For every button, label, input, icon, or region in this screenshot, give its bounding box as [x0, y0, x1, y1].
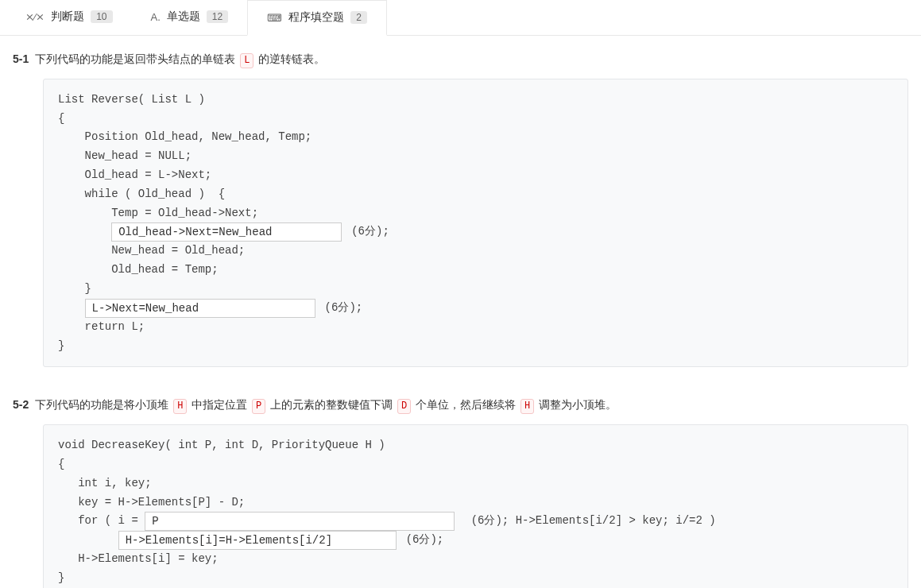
code-block: void DecreaseKey( int P, int D, Priority…: [43, 424, 908, 588]
inline-code-L: L: [240, 53, 253, 68]
score-text: (6分): [471, 514, 502, 527]
text-segment: 调整为小顶堆。: [536, 398, 617, 411]
question-type-tabs: ⨯⁄⨯ 判断题 10 A. 单选题 12 ⌨ 程序填空题 2: [0, 0, 921, 36]
tab-count: 10: [91, 10, 112, 23]
text-segment: 下列代码的功能是将小顶堆: [35, 398, 172, 411]
code-line: H->Elements[i] = key;: [58, 550, 893, 569]
text-segment: 个单位，然后继续将: [412, 398, 519, 411]
inline-code-H: H: [520, 399, 534, 414]
text-segment: 上的元素的整数键值下调: [267, 398, 396, 411]
text-segment: 中指定位置: [188, 398, 250, 411]
code-tail: ; H->Elements[i/2] > key; i/=2 ): [502, 514, 716, 527]
text-segment: 的逆转链表。: [255, 52, 325, 65]
code-line: while ( Old_head ) {: [58, 185, 893, 204]
code-line: List Reverse( List L ): [58, 91, 893, 110]
code-line: }: [58, 569, 893, 588]
code-line: New_head = Old_head;: [58, 242, 893, 261]
score-label: (6分);: [406, 531, 444, 550]
code-line: Position Old_head, New_head, Temp;: [58, 128, 893, 147]
question-5-1: 5-1 下列代码的功能是返回带头结点的单链表 L 的逆转链表。 List Rev…: [0, 36, 921, 381]
code-line: New_head = NULL;: [58, 147, 893, 166]
code-line: {: [58, 455, 893, 474]
tab-label: 判断题: [51, 10, 84, 24]
code-line: Old_head = Temp;: [58, 261, 893, 280]
question-header: 5-1 下列代码的功能是返回带头结点的单链表 L 的逆转链表。: [13, 50, 908, 69]
code-line-blank: (6分);: [58, 531, 893, 550]
score-label: (6分);: [351, 222, 389, 242]
tab-count: 2: [350, 11, 367, 24]
inline-code-D: D: [397, 399, 411, 414]
blank-input-2[interactable]: [85, 299, 315, 318]
score-label: (6分);: [325, 299, 363, 318]
indent: [58, 531, 118, 550]
tab-single-choice[interactable]: A. 单选题 12: [132, 0, 248, 35]
tab-fill-blank[interactable]: ⌨ 程序填空题 2: [247, 0, 387, 36]
code-line: }: [58, 337, 893, 356]
indent: [58, 299, 85, 318]
tab-count: 12: [207, 10, 228, 23]
choice-icon: A.: [151, 11, 161, 23]
score-label: (6分); H->Elements[i/2] > key; i/=2 ): [464, 512, 715, 531]
code-icon: ⌨: [267, 12, 282, 24]
code-block: List Reverse( List L ) { Position Old_he…: [43, 79, 908, 368]
code-line: void DecreaseKey( int P, int D, Priority…: [58, 436, 893, 455]
question-number: 5-2: [13, 398, 29, 411]
inline-code-H: H: [173, 399, 187, 414]
question-text: 下列代码的功能是将小顶堆 H 中指定位置 P 上的元素的整数键值下调 D 个单位…: [35, 396, 617, 415]
blank-input-3[interactable]: [145, 512, 455, 531]
text-segment: 下列代码的功能是返回带头结点的单链表: [35, 52, 238, 65]
blank-input-1[interactable]: [111, 222, 342, 242]
code-line-blank: for ( i = (6分); H->Elements[i/2] > key; …: [58, 512, 893, 531]
blank-input-4[interactable]: [118, 531, 397, 550]
code-line: Temp = Old_head->Next;: [58, 204, 893, 223]
judge-icon: ⨯⁄⨯: [25, 11, 45, 23]
indent: for ( i =: [58, 512, 145, 531]
code-line: int i, key;: [58, 474, 893, 493]
code-line: }: [58, 280, 893, 299]
code-line-blank: (6分);: [58, 299, 893, 318]
code-line: key = H->Elements[P] - D;: [58, 493, 893, 513]
tab-label: 程序填空题: [288, 10, 344, 25]
question-text: 下列代码的功能是返回带头结点的单链表 L 的逆转链表。: [35, 50, 325, 69]
indent: [58, 222, 111, 242]
code-line: Old_head = L->Next;: [58, 166, 893, 185]
inline-code-P: P: [252, 399, 265, 414]
code-line: {: [58, 110, 893, 129]
code-line-blank: (6分);: [58, 222, 893, 242]
question-5-2: 5-2 下列代码的功能是将小顶堆 H 中指定位置 P 上的元素的整数键值下调 D…: [0, 381, 921, 588]
code-line: return L;: [58, 318, 893, 337]
question-number: 5-1: [13, 52, 29, 65]
tab-judge[interactable]: ⨯⁄⨯ 判断题 10: [6, 0, 132, 35]
question-header: 5-2 下列代码的功能是将小顶堆 H 中指定位置 P 上的元素的整数键值下调 D…: [13, 396, 908, 415]
tab-label: 单选题: [167, 10, 200, 24]
